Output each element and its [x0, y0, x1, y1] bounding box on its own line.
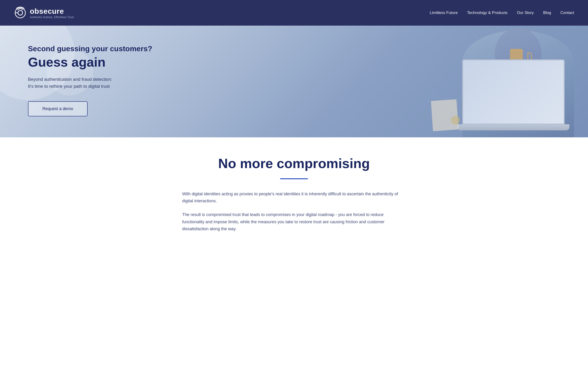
section-body: With digital identities acting as proxie… [182, 191, 406, 232]
main-nav: Limitless Future Technology & Products O… [430, 10, 574, 15]
nav-item-limitless[interactable]: Limitless Future [430, 10, 458, 15]
svg-point-1 [18, 10, 23, 15]
nav-item-our-story[interactable]: Our Story [517, 10, 534, 15]
logo-area[interactable]: obsecure Authentic Actions, Effortless T… [14, 7, 74, 19]
hero-section: Second guessing your customers? Guess ag… [0, 26, 588, 137]
nav-item-blog[interactable]: Blog [543, 10, 551, 15]
site-header: obsecure Authentic Actions, Effortless T… [0, 0, 588, 26]
hero-figure [294, 26, 588, 137]
section-title: No more compromising [65, 156, 523, 171]
logo-text-area: obsecure Authentic Actions, Effortless T… [30, 7, 74, 19]
nav-item-contact[interactable]: Contact [560, 10, 574, 15]
logo-name: obsecure [30, 7, 74, 16]
logo-icon [14, 7, 27, 19]
nav-item-technology[interactable]: Technology & Products [467, 10, 508, 15]
main-section: No more compromising With digital identi… [0, 137, 588, 253]
section-divider [280, 178, 308, 179]
logo-tagline: Authentic Actions, Effortless Trust [30, 16, 74, 19]
hero-content: Second guessing your customers? Guess ag… [0, 26, 177, 116]
section-paragraph-1: With digital identities acting as proxie… [182, 191, 406, 205]
hero-title: Guess again [28, 55, 177, 69]
section-paragraph-2: The result is compromised trust that lea… [182, 211, 406, 232]
request-demo-button[interactable]: Request a demo [28, 101, 88, 116]
hero-description: Beyond authentication and fraud detectio… [28, 76, 149, 90]
hero-subtitle: Second guessing your customers? [28, 44, 177, 53]
